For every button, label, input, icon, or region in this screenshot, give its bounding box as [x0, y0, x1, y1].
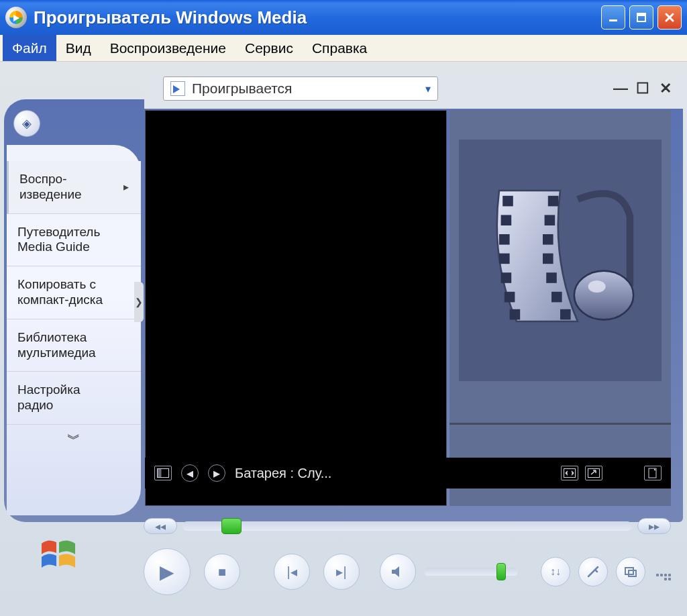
album-art: [459, 140, 662, 381]
chevron-right-icon: ▸: [123, 181, 129, 193]
sidebar-item-label: Библиотека мультимедиа: [17, 330, 96, 361]
compact-mode-button[interactable]: [616, 557, 645, 586]
sidebar-item-label: Копировать с компакт-диска: [17, 277, 103, 308]
playlist-doc-button[interactable]: [644, 466, 662, 480]
sidebar-tab-nowplaying[interactable]: Воспро- изведение ▸: [7, 161, 141, 214]
maximize-button[interactable]: [629, 5, 653, 30]
window-controls: [601, 5, 682, 30]
titlebar: Проигрыватель Windows Media: [0, 0, 687, 35]
window-title: Проигрыватель Windows Media: [34, 7, 601, 28]
sidebar-tabs: Воспро- изведение ▸ Путеводитель Media G…: [7, 145, 141, 515]
rewind-button[interactable]: ◂◂: [144, 518, 177, 534]
panel-divider: [450, 423, 671, 425]
sidebar-more-button[interactable]: ︾: [7, 425, 141, 454]
svg-point-18: [588, 280, 606, 293]
sidebar: ◈ Воспро- изведение ▸ Путеводитель Media…: [7, 103, 141, 515]
fullscreen-button[interactable]: [585, 466, 602, 480]
svg-rect-8: [505, 292, 515, 303]
seek-bar[interactable]: ◂◂ ▸▸: [144, 517, 671, 535]
prev-visual-button[interactable]: ◂: [181, 464, 199, 482]
shuffle-button[interactable]: ↕↓: [541, 557, 570, 586]
svg-rect-4: [501, 215, 512, 225]
sidebar-tab-library[interactable]: Библиотека мультимедиа: [7, 319, 141, 372]
sidebar-tab-copycd[interactable]: Копировать с компакт-диска: [7, 266, 141, 319]
stop-button[interactable]: ■: [204, 554, 240, 590]
svg-rect-5: [499, 234, 510, 245]
previous-track-button[interactable]: |◂: [274, 554, 310, 590]
player-topbar: Проигрывается ▾ — ☐ ✕: [144, 68, 687, 109]
now-playing-dropdown[interactable]: Проигрывается ▾: [163, 76, 438, 101]
svg-point-17: [574, 271, 633, 320]
svg-rect-13: [543, 254, 553, 264]
menu-tools[interactable]: Сервис: [235, 35, 303, 61]
volume-control: [380, 554, 518, 590]
windows-logo-icon: [38, 534, 90, 573]
seek-track[interactable]: [182, 521, 632, 531]
next-visual-button[interactable]: ▸: [208, 464, 225, 482]
next-track-button[interactable]: ▸|: [323, 554, 360, 590]
volume-thumb[interactable]: [496, 563, 506, 580]
menu-help[interactable]: Справка: [303, 35, 376, 61]
equalizer-button[interactable]: [578, 557, 608, 586]
inner-close-button[interactable]: ✕: [659, 80, 672, 97]
sidebar-collapse-handle[interactable]: ❯: [134, 282, 144, 322]
transport-bar: ◂◂ ▸▸ ▶ ■ |◂ ▸| ↕↓: [134, 517, 680, 604]
mute-button[interactable]: [380, 554, 416, 590]
svg-rect-25: [629, 570, 636, 576]
seek-thumb[interactable]: [221, 518, 242, 534]
refresh-icon: ◈: [22, 116, 32, 131]
track-info-text: Батарея : Слу...: [235, 466, 331, 481]
app-icon: [5, 7, 27, 28]
inner-window-controls: — ☐ ✕: [613, 80, 672, 97]
menu-file[interactable]: Файл: [3, 35, 56, 61]
inner-maximize-button[interactable]: ☐: [636, 80, 649, 97]
svg-rect-10: [548, 196, 559, 207]
svg-rect-2: [637, 13, 645, 16]
resize-grip[interactable]: [653, 563, 671, 580]
svg-rect-14: [546, 272, 557, 283]
svg-rect-20: [158, 469, 162, 478]
svg-rect-15: [551, 292, 562, 303]
view-toggle-button[interactable]: [154, 466, 172, 480]
menu-view[interactable]: Вид: [56, 35, 101, 61]
sidebar-item-label: Воспро- изведение: [19, 172, 82, 203]
sidebar-tab-guide[interactable]: Путеводитель Media Guide: [7, 214, 141, 267]
svg-rect-12: [543, 234, 553, 245]
chevron-down-icon: ▾: [425, 83, 431, 95]
sidebar-tab-radio[interactable]: Настройка радио: [7, 372, 141, 425]
svg-rect-7: [501, 272, 512, 283]
sidebar-item-label: Настройка радио: [17, 382, 81, 413]
svg-rect-0: [609, 19, 617, 21]
media-icon: [473, 173, 647, 348]
menubar: Файл Вид Воспроизведение Сервис Справка: [0, 35, 687, 62]
playlist-panel: [450, 110, 671, 506]
inner-minimize-button[interactable]: —: [613, 80, 627, 97]
svg-rect-11: [545, 215, 556, 225]
play-button[interactable]: ▶: [144, 548, 191, 595]
volume-slider[interactable]: [424, 568, 518, 576]
task-menu-button[interactable]: ◈: [13, 110, 40, 137]
close-button[interactable]: [657, 5, 682, 30]
sidebar-item-label: Путеводитель Media Guide: [17, 225, 100, 256]
svg-rect-9: [510, 309, 521, 320]
menu-playback[interactable]: Воспроизведение: [101, 35, 235, 61]
info-bar: ◂ ▸ Батарея : Слу...: [145, 458, 671, 489]
play-doc-icon: [170, 81, 185, 96]
svg-rect-6: [499, 254, 510, 264]
svg-rect-16: [560, 309, 571, 320]
player-body: Проигрывается ▾ — ☐ ✕ ◈ Воспро- изведени…: [0, 62, 687, 616]
svg-rect-3: [503, 196, 513, 207]
fastforward-button[interactable]: ▸▸: [637, 518, 671, 534]
switch-view-button[interactable]: [561, 466, 578, 480]
utility-buttons: ↕↓: [541, 557, 671, 586]
video-viewport: [145, 110, 447, 506]
transport-controls: ▶ ■ |◂ ▸| ↕↓: [144, 545, 671, 599]
minimize-button[interactable]: [601, 5, 625, 30]
now-playing-label: Проигрывается: [192, 81, 292, 97]
